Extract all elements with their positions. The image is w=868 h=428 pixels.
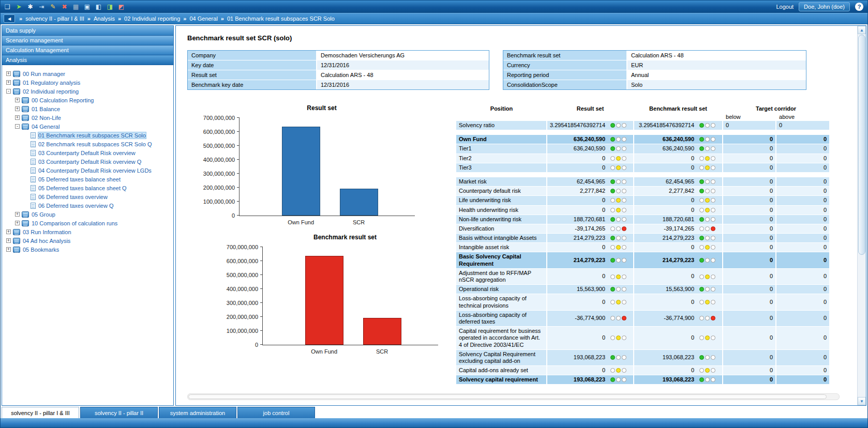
help-icon[interactable]: ? xyxy=(855,3,863,11)
scroll-up-button[interactable]: ▲ xyxy=(858,26,866,34)
tree-item-02-individual-reporting[interactable]: -02 Individual reporting xyxy=(4,87,171,96)
tree-item-01-benchmark-result-subspaces-scr-solo[interactable]: 01 Benchmark result subspaces SCR Solo xyxy=(4,131,171,140)
y-tick-label: 400,000,000 xyxy=(203,157,235,163)
expand-icon[interactable]: + xyxy=(15,115,20,120)
sidebar-section-analysis[interactable]: Analysis xyxy=(2,55,173,65)
copy-icon[interactable]: ▣ xyxy=(82,2,92,11)
tree-item-05-deferred-taxes-balance-sheet-q[interactable]: 05 Deferred taxes balance sheet Q xyxy=(4,184,171,192)
tree-item-02-non-life[interactable]: +02 Non-Life xyxy=(4,113,171,122)
monitor-down-icon[interactable]: ◩ xyxy=(116,2,126,11)
expand-icon[interactable]: + xyxy=(15,221,20,225)
expand-icon[interactable]: + xyxy=(6,80,11,85)
tree-item-05-bookmarks[interactable]: +05 Bookmarks xyxy=(4,245,171,254)
tree-item-03-counterparty-default-risk-overview-q[interactable]: 03 Counterparty Default Risk overview Q xyxy=(4,157,171,166)
expand-icon[interactable]: + xyxy=(15,212,20,217)
y-tick-label: 0 xyxy=(255,342,258,348)
tree-item-04-general[interactable]: -04 General xyxy=(4,122,171,131)
sidebar-section-calculation-management[interactable]: Calculation Management xyxy=(2,45,173,55)
tree-item-label: 00 Calculation Reporting xyxy=(32,97,94,103)
traffic-light-yellow xyxy=(616,146,621,151)
tab-solvency-ii-pillar-ii[interactable]: solvency II - pillar II xyxy=(80,407,158,418)
tab-job-control[interactable]: job control xyxy=(237,407,315,418)
tree-item-04-counterparty-default-risk-overview-lgds[interactable]: 04 Counterparty Default Risk overview LG… xyxy=(4,166,171,175)
vertical-scroll-thumb[interactable] xyxy=(858,35,865,255)
vertical-scrollbar[interactable]: ▲ ▼ xyxy=(857,26,866,405)
traffic-light-yellow xyxy=(705,236,710,240)
result-set-value: 214,279,223 xyxy=(547,252,608,268)
tree-item-label: 01 Balance xyxy=(32,106,60,112)
save-icon[interactable]: ▦ xyxy=(71,2,81,11)
delete-icon[interactable]: ✖ xyxy=(59,2,69,11)
benchmark-value: 636,240,590 xyxy=(634,144,697,154)
sidebar-collapse-button[interactable]: ◀ xyxy=(4,14,15,23)
tree-item-02-benchmark-result-subspaces-scr-solo-q[interactable]: 02 Benchmark result subspaces SCR Solo Q xyxy=(4,140,171,148)
expand-icon[interactable]: + xyxy=(6,247,11,252)
tree-item-10-comparison-of-calculation-runs[interactable]: +10 Comparison of calculation runs xyxy=(4,219,171,227)
tree-item-01-balance[interactable]: +01 Balance xyxy=(4,104,171,113)
breadcrumb-item-analysis[interactable]: Analysis xyxy=(94,16,115,22)
breadcrumb-item-04-general[interactable]: 04 General xyxy=(189,16,217,22)
breadcrumb-item-solvency-ii-pillar-i-iii[interactable]: solvency II - pillar I & III xyxy=(25,16,84,22)
breadcrumb-item-02-individual-reporting[interactable]: 02 Individual reporting xyxy=(124,16,180,22)
breadcrumb-item-01-benchmark-result-subspaces-scr-solo[interactable]: 01 Benchmark result subspaces SCR Solo xyxy=(227,16,335,22)
horizontal-scroll-thumb[interactable] xyxy=(188,394,827,399)
sidebar-section-scenario-management[interactable]: Scenario management xyxy=(2,36,173,45)
result-set-value: 0 xyxy=(547,163,608,172)
import-icon[interactable]: ⇥ xyxy=(37,2,47,11)
column-header-above: above xyxy=(776,113,829,121)
new-burst-icon[interactable]: ✱ xyxy=(25,2,35,11)
traffic-light-red xyxy=(711,300,715,304)
sidebar-section-data-supply[interactable]: Data supply xyxy=(2,26,173,36)
folder-icon xyxy=(13,80,20,86)
edit-icon[interactable]: ✎ xyxy=(48,2,58,11)
traffic-light xyxy=(699,287,720,292)
tree-item-01-regulatory-analysis[interactable]: +01 Regulatory analysis xyxy=(4,78,171,87)
expand-icon[interactable]: + xyxy=(6,238,11,243)
benchmark-value: 2,277,842 xyxy=(634,187,697,196)
position-cell: Solvency Capital Requirement excluding c… xyxy=(456,349,547,365)
above-value: 0 xyxy=(776,285,829,294)
expand-icon[interactable]: + xyxy=(15,106,20,111)
scroll-down-button[interactable]: ▼ xyxy=(858,397,866,405)
traffic-light-green xyxy=(699,335,704,340)
tree-item-05-deferred-taxes-balance-sheet[interactable]: 05 Deferred taxes balance sheet xyxy=(4,175,171,184)
traffic-light xyxy=(699,137,720,142)
monitor-alert-icon[interactable]: ◧ xyxy=(94,2,103,11)
tree-item-04-ad-hoc-analysis[interactable]: +04 Ad hoc Analysis xyxy=(4,236,171,245)
benchmark-value: 0 xyxy=(634,243,697,252)
expand-icon[interactable]: + xyxy=(6,230,11,234)
traffic-light-green xyxy=(699,179,704,184)
traffic-light xyxy=(699,236,720,240)
tree-item-00-calculation-reporting[interactable]: +00 Calculation Reporting xyxy=(4,96,171,104)
traffic-light-yellow xyxy=(616,287,621,292)
y-tick-label: 600,000,000 xyxy=(203,129,235,135)
y-tick-mark xyxy=(237,117,240,118)
tree-item-03-run-information[interactable]: +03 Run Information xyxy=(4,227,171,236)
run-icon[interactable]: ➤ xyxy=(14,2,24,11)
traffic-light xyxy=(699,146,720,151)
tree-item-05-group[interactable]: +05 Group xyxy=(4,210,171,219)
tree-item-06-deferred-taxes-overview[interactable]: 06 Deferred taxes overview xyxy=(4,192,171,201)
window-icon[interactable]: ❑ xyxy=(3,2,12,11)
position-cell: Diversification xyxy=(456,224,547,233)
horizontal-scrollbar[interactable] xyxy=(187,393,840,400)
tab-solvency-ii-pillar-i-iii[interactable]: solvency II - pillar I & III xyxy=(2,407,79,418)
content-inner: Benchmark result set SCR (solo) CompanyD… xyxy=(176,26,857,405)
tab-system-administration[interactable]: system administration xyxy=(159,407,236,418)
collapse-icon[interactable]: - xyxy=(15,124,20,129)
accordion-headers: Data supplyScenario managementCalculatio… xyxy=(2,26,173,65)
expand-icon[interactable]: + xyxy=(6,71,11,76)
tree-item-03-counterparty-default-risk-overview[interactable]: 03 Counterparty Default Risk overview xyxy=(4,148,171,157)
traffic-light-green xyxy=(610,355,615,360)
info-value: 12/31/2016 xyxy=(317,60,489,70)
monitor-up-icon[interactable]: ◨ xyxy=(105,2,115,11)
user-menu-button[interactable]: Doe, John (doe) xyxy=(799,2,850,11)
tree-item-00-run-manager[interactable]: +00 Run manager xyxy=(4,69,171,78)
info-row-company: CompanyDemoschaden Versicherungs AG xyxy=(188,51,489,60)
tree-item-06-deferred-taxes-overview-q[interactable]: 06 Deferred taxes overview Q xyxy=(4,201,171,210)
logout-button[interactable]: Logout xyxy=(776,4,794,10)
expand-icon[interactable]: + xyxy=(15,98,20,102)
traffic-light-red xyxy=(622,316,626,320)
chart-title: Benchmark result set xyxy=(231,234,459,241)
collapse-icon[interactable]: - xyxy=(6,89,11,94)
